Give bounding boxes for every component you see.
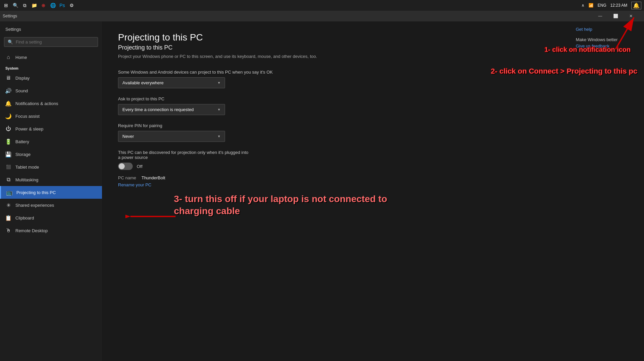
minimize-button[interactable]: — — [593, 11, 608, 21]
sidebar-item-sound[interactable]: 🔊 Sound — [0, 84, 102, 97]
sidebar-item-label: Tablet mode — [15, 165, 39, 170]
page-description: Project your Windows phone or PC to this… — [118, 54, 319, 59]
sidebar-item-shared[interactable]: ✳ Shared experiences — [0, 199, 102, 211]
pin-dropdown-value: Never — [122, 134, 134, 139]
sidebar-item-remote[interactable]: 🖱 Remote Desktop — [0, 224, 102, 237]
make-windows-label: Make Windows better — [576, 37, 639, 42]
pin-label: Require PIN for pairing — [118, 123, 554, 128]
section-title: Projecting to this PC — [118, 44, 554, 51]
sidebar-item-label: Home — [15, 55, 27, 60]
chrome-icon[interactable]: 🌐 — [49, 2, 56, 9]
ask-label: Ask to project to this PC — [118, 96, 554, 101]
clock: 12:23 AM — [610, 3, 627, 8]
sidebar-item-label: Notifications & actions — [15, 101, 58, 106]
sidebar-item-label: Storage — [15, 152, 31, 157]
sidebar-item-projecting[interactable]: 📺 Projecting to this PC — [0, 186, 102, 199]
storage-icon: 💾 — [5, 151, 11, 157]
ask-dropdown[interactable]: Every time a connection is requested ▼ — [118, 104, 225, 115]
pc-name-row: PC name ThunderBolt — [118, 175, 554, 180]
multitasking-icon: ⧉ — [5, 177, 11, 183]
sidebar-item-battery[interactable]: 🔋 Battery — [0, 135, 102, 148]
sidebar-item-label: Focus assist — [15, 114, 39, 119]
sidebar-item-tablet[interactable]: ⬛ Tablet mode — [0, 161, 102, 173]
sidebar-item-clipboard[interactable]: 📋 Clipboard — [0, 211, 102, 224]
display-icon: 🖥 — [5, 75, 11, 81]
sidebar: Settings 🔍 ⌂ Home System 🖥 Display 🔊 Sou… — [0, 21, 102, 361]
sidebar-item-label: Multitasking — [15, 177, 38, 182]
sidebar-item-label: Battery — [15, 139, 29, 144]
sidebar-item-focus[interactable]: 🌙 Focus assist — [0, 110, 102, 122]
window-controls: — ⬜ ✕ — [593, 11, 639, 21]
search-icon: 🔍 — [8, 39, 13, 44]
notifications-icon: 🔔 — [5, 100, 11, 106]
sidebar-item-power[interactable]: ⏻ Power & sleep — [0, 122, 102, 135]
sidebar-search-container[interactable]: 🔍 — [4, 37, 98, 47]
ask-dropdown-value: Every time a connection is requested — [122, 107, 194, 112]
clipboard-icon: 📋 — [5, 215, 11, 221]
task-view-icon[interactable]: ⧉ — [21, 2, 28, 9]
tablet-icon: ⬛ — [5, 164, 11, 170]
maximize-button[interactable]: ⬜ — [608, 11, 623, 21]
chevron-down-icon-3: ▼ — [217, 134, 221, 138]
search-taskbar-icon[interactable]: 🔍 — [12, 2, 19, 9]
projecting-icon: 📺 — [6, 189, 12, 195]
taskbar-right: ∧ 📶 ENG 12:23 AM 🔔 — [581, 2, 641, 9]
right-panel: Get help Make Windows better Give us fee… — [570, 21, 644, 361]
app-body: Settings 🔍 ⌂ Home System 🖥 Display 🔊 Sou… — [0, 21, 644, 361]
sidebar-item-label: Clipboard — [15, 215, 34, 220]
some-devices-label: Some Windows and Android devices can pro… — [118, 70, 554, 75]
battery-icon: 🔋 — [5, 139, 11, 145]
opera-icon[interactable]: ⊕ — [40, 2, 47, 9]
taskbar: ⊞ 🔍 ⧉ 📁 ⊕ 🌐 Ps ⚙ ∧ 📶 ENG 12:23 AM 🔔 — [0, 0, 644, 11]
sidebar-item-multitasking[interactable]: ⧉ Multitasking — [0, 173, 102, 186]
window-title: Settings — [3, 14, 17, 18]
sidebar-item-notifications[interactable]: 🔔 Notifications & actions — [0, 97, 102, 110]
toggle-state-label: Off — [137, 164, 142, 169]
sidebar-item-label: Remote Desktop — [15, 228, 48, 233]
gear-taskbar-icon[interactable]: ⚙ — [68, 2, 75, 9]
windows-icon[interactable]: ⊞ — [3, 2, 9, 9]
page-title: Projecting to this PC — [118, 32, 554, 43]
language-indicator: ENG — [598, 3, 606, 8]
power-toggle[interactable] — [118, 163, 133, 170]
notification-icon[interactable]: 🔔 — [631, 2, 641, 9]
toggle-knob — [119, 163, 125, 169]
sidebar-item-label: Display — [15, 76, 30, 81]
window-titlebar: Settings — ⬜ ✕ — [0, 11, 644, 21]
sidebar-item-storage[interactable]: 💾 Storage — [0, 148, 102, 161]
power-toggle-row: Off — [118, 163, 554, 170]
close-button[interactable]: ✕ — [623, 11, 639, 21]
sidebar-item-label: Power & sleep — [15, 126, 43, 131]
remote-icon: 🖱 — [5, 228, 11, 234]
feedback-link[interactable]: Give us feedback — [576, 43, 639, 49]
chevron-down-icon: ▼ — [217, 81, 221, 85]
sidebar-item-home[interactable]: ⌂ Home — [0, 51, 102, 64]
chevron-icon[interactable]: ∧ — [581, 3, 584, 8]
home-icon: ⌂ — [5, 54, 11, 60]
sidebar-item-label: Shared experiences — [15, 203, 54, 208]
sidebar-item-label: Sound — [15, 88, 28, 93]
sidebar-item-display[interactable]: 🖥 Display — [0, 72, 102, 84]
power-description: This PC can be discovered for projection… — [118, 150, 252, 160]
sound-icon: 🔊 — [5, 88, 11, 94]
pin-dropdown[interactable]: Never ▼ — [118, 131, 225, 142]
shared-icon: ✳ — [5, 202, 11, 208]
pc-name-label: PC name — [118, 175, 136, 180]
pc-name-value: ThunderBolt — [141, 175, 165, 180]
rename-pc-link[interactable]: Rename your PC — [118, 182, 554, 187]
files-icon[interactable]: 📁 — [31, 2, 37, 9]
sidebar-section-title: System — [0, 64, 102, 72]
focus-icon: 🌙 — [5, 113, 11, 119]
photoshop-icon[interactable]: Ps — [59, 2, 66, 9]
main-content: Projecting to this PC Projecting to this… — [102, 21, 570, 361]
get-help-link[interactable]: Get help — [576, 27, 639, 32]
wifi-icon: 📶 — [588, 3, 594, 8]
power-icon: ⏻ — [5, 126, 11, 132]
sidebar-item-label: Projecting to this PC — [16, 190, 56, 195]
available-dropdown-value: Available everywhere — [122, 80, 164, 85]
available-dropdown[interactable]: Available everywhere ▼ — [118, 77, 225, 88]
search-input[interactable] — [16, 39, 94, 44]
sidebar-app-title: Settings — [0, 21, 102, 34]
chevron-down-icon-2: ▼ — [217, 108, 221, 111]
taskbar-left: ⊞ 🔍 ⧉ 📁 ⊕ 🌐 Ps ⚙ — [3, 2, 75, 9]
